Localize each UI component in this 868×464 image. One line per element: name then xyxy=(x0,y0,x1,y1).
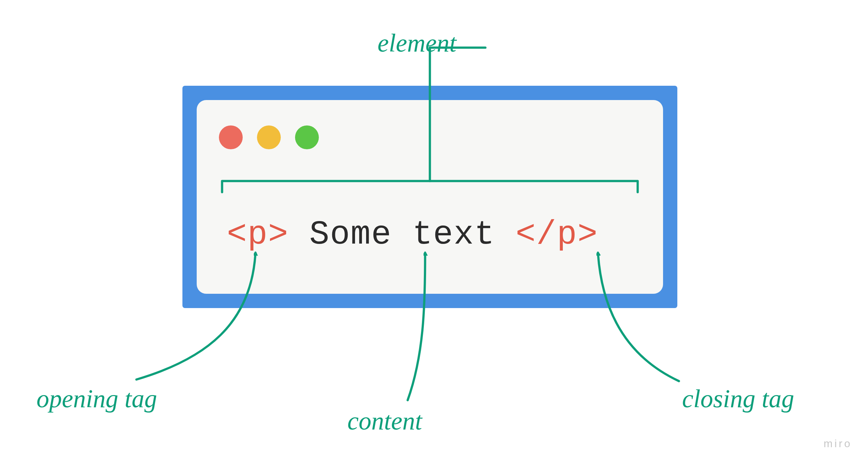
label-element: element xyxy=(377,29,457,57)
diagram-canvas: <p> Some text </p> element opening tag c… xyxy=(0,0,868,464)
window-panel: <p> Some text </p> xyxy=(197,100,663,294)
label-opening-tag: opening tag xyxy=(36,384,157,413)
traffic-light-red-icon xyxy=(219,125,243,149)
label-closing-tag: closing tag xyxy=(682,384,794,413)
watermark: miro xyxy=(824,437,852,450)
opening-tag-text: <p> xyxy=(227,216,289,254)
label-content: content xyxy=(347,407,422,435)
traffic-light-green-icon xyxy=(295,125,319,149)
closing-tag-text: </p> xyxy=(516,216,598,254)
window-frame: <p> Some text </p> xyxy=(182,86,677,308)
content-text: Some text xyxy=(309,216,495,254)
code-line: <p> Some text </p> xyxy=(227,216,598,254)
traffic-lights xyxy=(219,125,319,149)
traffic-light-yellow-icon xyxy=(257,125,281,149)
